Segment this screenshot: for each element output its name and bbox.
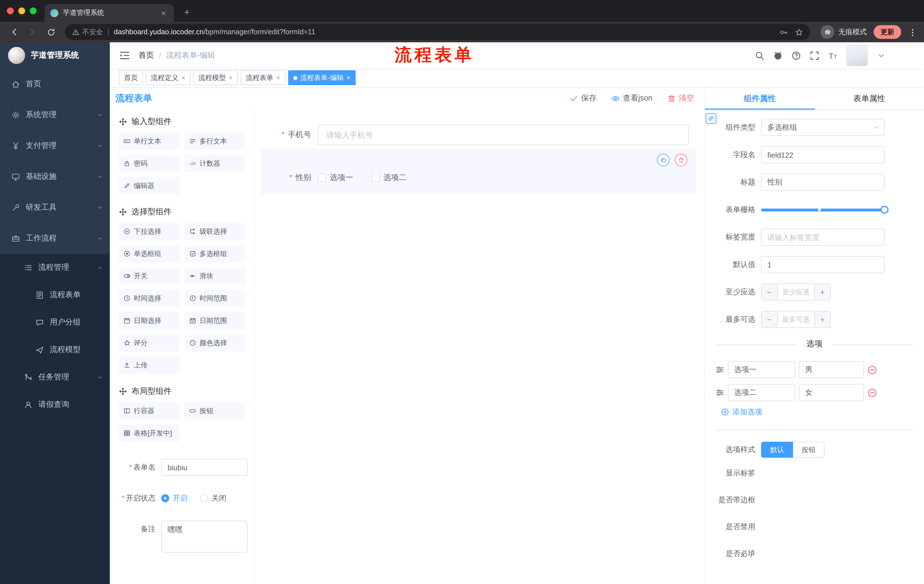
search-icon[interactable] [755,51,764,60]
address-bar[interactable]: 不安全 dashboard.yudao.iocoder.cn /bpm/mana… [65,24,810,40]
grid-slider[interactable] [761,201,884,218]
palette-item-time-picker[interactable]: 时间选择 [119,290,180,307]
default-value-input[interactable] [761,256,884,273]
tab-component-props[interactable]: 组件属性 [705,87,815,109]
palette-item-select[interactable]: 下拉选择 [119,223,180,240]
remove-option-icon[interactable] [867,388,877,397]
sidebar-logo[interactable]: 芋道管理系统 [0,42,110,69]
tag-process-model[interactable]: 流程模型× [193,70,238,85]
close-icon[interactable]: × [276,74,280,81]
sidebar-item-infra[interactable]: 基础设施 [0,161,110,192]
font-size-icon[interactable]: TT [828,51,838,60]
bookmark-star-icon[interactable] [795,28,804,36]
add-option-button[interactable]: 添加选项 [721,407,924,417]
palette-item-switch[interactable]: 开关 [119,267,180,285]
close-icon[interactable]: × [229,74,233,81]
view-json-button[interactable]: 查看json [611,93,652,104]
stepper-plus-button[interactable]: + [814,284,830,300]
close-window-button[interactable] [7,7,14,14]
stepper-minus-button[interactable]: − [762,284,778,300]
remove-option-icon[interactable] [867,365,877,375]
reload-button[interactable] [43,25,58,39]
tab-close-icon[interactable]: × [159,8,168,18]
forward-button[interactable] [25,25,40,39]
palette-item-cascader[interactable]: 级联选择 [185,223,245,240]
help-icon[interactable] [791,51,801,60]
style-button-button[interactable]: 按钮 [793,442,825,458]
back-button[interactable] [7,25,22,39]
palette-item-checkbox-group[interactable]: 多选框组 [185,245,245,262]
sidebar-item-process-form[interactable]: 流程表单 [0,281,110,309]
github-icon[interactable] [773,51,783,60]
tag-process-definition[interactable]: 流程定义× [146,70,190,85]
copy-component-button[interactable] [657,154,670,166]
gender-option-2[interactable]: 选项二 [371,173,406,183]
palette-item-table[interactable]: 表格[开发中] [119,424,180,442]
status-radio-off[interactable]: 关闭 [200,493,226,503]
status-radio-on[interactable]: 开启 [161,493,188,503]
slider-handle[interactable] [881,206,889,214]
close-icon[interactable]: × [181,74,185,81]
option-value-input[interactable] [799,361,864,378]
tab-form-props[interactable]: 表单属性 [815,87,924,109]
palette-item-button[interactable]: 按钮 [185,402,245,419]
title-input[interactable] [761,174,884,191]
sidebar-item-leave-query[interactable]: 请假查询 [0,391,110,418]
sidebar-item-devtools[interactable]: 研发工具 [0,192,110,223]
user-avatar[interactable] [846,44,868,66]
max-select-input[interactable] [778,311,814,327]
fullscreen-icon[interactable] [810,51,819,60]
palette-item-textarea[interactable]: 多行文本 [185,133,245,150]
drag-sort-icon[interactable] [715,388,724,397]
avatar-caret-icon[interactable] [876,51,886,60]
canvas-field-phone[interactable]: * 手机号 [261,125,689,145]
sidebar-item-workflow[interactable]: 工作流程 [0,223,110,254]
palette-item-time-range[interactable]: 时间范围 [185,290,245,307]
phone-input[interactable] [318,125,689,145]
form-name-input[interactable] [161,459,248,476]
palette-item-radio-group[interactable]: 单选框组 [119,245,180,262]
sidebar-item-user-group[interactable]: 用户分组 [0,309,110,336]
tag-process-form[interactable]: 流程表单× [241,70,285,85]
min-select-input[interactable] [778,284,814,300]
canvas-field-gender-selected[interactable]: * 性别 选项一 选项二 [261,148,696,194]
sidebar-item-home[interactable]: 首页 [0,69,110,99]
label-width-input[interactable] [761,229,884,246]
palette-item-counter[interactable]: 123计数器 [185,155,245,172]
palette-item-upload[interactable]: 上传 [119,357,180,374]
save-button[interactable]: 保存 [569,93,596,104]
component-type-select[interactable]: 多选框组 [761,119,884,136]
field-name-input[interactable] [761,146,884,163]
stepper-plus-button[interactable]: + [814,311,830,327]
style-default-button[interactable]: 默认 [761,442,793,458]
palette-item-password[interactable]: 密码 [119,155,180,172]
link-icon[interactable] [706,113,716,124]
browser-tab[interactable]: 芋道管理系统 × [45,4,174,22]
update-chrome-button[interactable]: 更新 [874,25,901,39]
sidebar-item-system[interactable]: 系统管理 [0,99,110,130]
palette-item-single-text[interactable]: 单行文本 [119,133,180,150]
palette-item-rate[interactable]: 评分 [119,334,180,351]
sidebar-item-task-mgmt[interactable]: 任务管理 [0,364,110,391]
sidebar-fold-icon[interactable] [119,50,130,61]
gender-option-1[interactable]: 选项一 [318,173,353,183]
new-tab-button[interactable]: + [180,5,195,20]
sidebar-item-process-model[interactable]: 流程模型 [0,336,110,364]
palette-item-date-picker[interactable]: 日期选择 [119,312,180,329]
delete-component-button[interactable] [675,154,687,166]
palette-item-slider[interactable]: 滑块 [185,267,245,285]
palette-item-editor[interactable]: 编辑器 [119,177,180,194]
breadcrumb-home[interactable]: 首页 [139,50,154,61]
browser-menu-button[interactable] [908,27,917,37]
sidebar-item-process-mgmt[interactable]: 流程管理 [0,254,110,281]
close-icon[interactable]: × [346,74,350,81]
tag-process-form-edit[interactable]: 流程表单-编辑× [288,70,356,85]
drag-sort-icon[interactable] [715,365,724,374]
clear-button[interactable]: 清空 [667,93,694,104]
palette-item-color-picker[interactable]: 颜色选择 [185,334,245,351]
passwords-key-icon[interactable] [779,28,788,36]
option-value-input[interactable] [799,384,864,401]
sidebar-item-payment[interactable]: 支付管理 [0,130,110,161]
stepper-minus-button[interactable]: − [762,311,778,327]
option-label-input[interactable] [728,361,795,378]
